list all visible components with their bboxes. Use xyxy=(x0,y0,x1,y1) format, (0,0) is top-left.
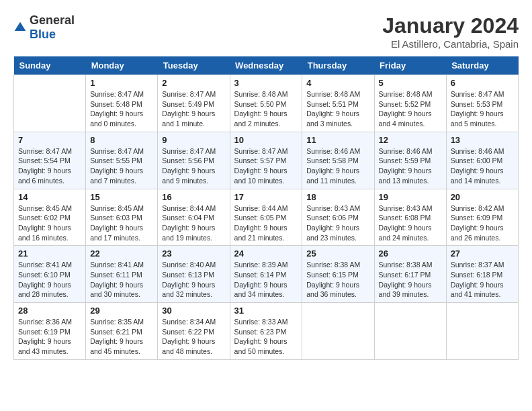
table-row: 3Sunrise: 8:48 AM Sunset: 5:50 PM Daylig… xyxy=(230,75,302,132)
table-row: 8Sunrise: 8:47 AM Sunset: 5:55 PM Daylig… xyxy=(86,132,158,189)
day-number: 30 xyxy=(162,306,225,316)
week-row-1: 1Sunrise: 8:47 AM Sunset: 5:48 PM Daylig… xyxy=(14,75,519,132)
day-number: 4 xyxy=(306,78,369,88)
table-row: 26Sunrise: 8:38 AM Sunset: 6:17 PM Dayli… xyxy=(374,246,446,303)
table-row: 28Sunrise: 8:36 AM Sunset: 6:19 PM Dayli… xyxy=(14,303,86,360)
day-info: Sunrise: 8:47 AM Sunset: 5:49 PM Dayligh… xyxy=(162,89,225,129)
col-thursday: Thursday xyxy=(302,56,374,75)
day-number: 13 xyxy=(451,135,514,145)
day-info: Sunrise: 8:47 AM Sunset: 5:57 PM Dayligh… xyxy=(234,146,298,186)
svg-marker-0 xyxy=(15,22,26,31)
table-row: 7Sunrise: 8:47 AM Sunset: 5:54 PM Daylig… xyxy=(14,132,86,189)
day-info: Sunrise: 8:42 AM Sunset: 6:09 PM Dayligh… xyxy=(451,203,514,243)
day-info: Sunrise: 8:44 AM Sunset: 6:05 PM Dayligh… xyxy=(234,203,298,243)
day-number: 19 xyxy=(379,192,442,202)
table-row: 20Sunrise: 8:42 AM Sunset: 6:09 PM Dayli… xyxy=(446,189,518,246)
table-row: 25Sunrise: 8:38 AM Sunset: 6:15 PM Dayli… xyxy=(302,246,374,303)
table-row: 17Sunrise: 8:44 AM Sunset: 6:05 PM Dayli… xyxy=(230,189,302,246)
table-row: 14Sunrise: 8:45 AM Sunset: 6:02 PM Dayli… xyxy=(14,189,86,246)
table-row: 10Sunrise: 8:47 AM Sunset: 5:57 PM Dayli… xyxy=(230,132,302,189)
day-info: Sunrise: 8:47 AM Sunset: 5:56 PM Dayligh… xyxy=(162,146,225,186)
col-friday: Friday xyxy=(374,56,446,75)
day-info: Sunrise: 8:34 AM Sunset: 6:22 PM Dayligh… xyxy=(162,317,225,357)
table-row: 27Sunrise: 8:37 AM Sunset: 6:18 PM Dayli… xyxy=(446,246,518,303)
day-info: Sunrise: 8:44 AM Sunset: 6:04 PM Dayligh… xyxy=(162,203,225,243)
col-wednesday: Wednesday xyxy=(230,56,302,75)
day-info: Sunrise: 8:35 AM Sunset: 6:21 PM Dayligh… xyxy=(90,317,153,357)
week-row-5: 28Sunrise: 8:36 AM Sunset: 6:19 PM Dayli… xyxy=(14,303,519,360)
table-row: 9Sunrise: 8:47 AM Sunset: 5:56 PM Daylig… xyxy=(158,132,230,189)
day-number: 22 xyxy=(90,248,153,259)
table-row: 22Sunrise: 8:41 AM Sunset: 6:11 PM Dayli… xyxy=(86,246,158,303)
day-info: Sunrise: 8:43 AM Sunset: 6:08 PM Dayligh… xyxy=(379,203,442,243)
day-info: Sunrise: 8:45 AM Sunset: 6:02 PM Dayligh… xyxy=(18,203,81,243)
day-info: Sunrise: 8:47 AM Sunset: 5:53 PM Dayligh… xyxy=(451,89,514,129)
table-row xyxy=(374,303,446,360)
week-row-4: 21Sunrise: 8:41 AM Sunset: 6:10 PM Dayli… xyxy=(14,246,519,303)
table-row: 5Sunrise: 8:48 AM Sunset: 5:52 PM Daylig… xyxy=(374,75,446,132)
day-number: 31 xyxy=(234,306,298,316)
day-number: 24 xyxy=(234,248,298,259)
day-info: Sunrise: 8:46 AM Sunset: 5:58 PM Dayligh… xyxy=(306,146,369,186)
day-number: 25 xyxy=(306,248,369,259)
day-number: 3 xyxy=(234,78,298,88)
day-number: 5 xyxy=(379,78,442,88)
table-row: 30Sunrise: 8:34 AM Sunset: 6:22 PM Dayli… xyxy=(158,303,230,360)
week-row-2: 7Sunrise: 8:47 AM Sunset: 5:54 PM Daylig… xyxy=(14,132,519,189)
day-info: Sunrise: 8:37 AM Sunset: 6:18 PM Dayligh… xyxy=(451,260,514,300)
table-row: 6Sunrise: 8:47 AM Sunset: 5:53 PM Daylig… xyxy=(446,75,518,132)
day-number: 6 xyxy=(451,78,514,88)
table-row: 16Sunrise: 8:44 AM Sunset: 6:04 PM Dayli… xyxy=(158,189,230,246)
table-row: 2Sunrise: 8:47 AM Sunset: 5:49 PM Daylig… xyxy=(158,75,230,132)
table-row: 21Sunrise: 8:41 AM Sunset: 6:10 PM Dayli… xyxy=(14,246,86,303)
day-number: 17 xyxy=(234,192,298,202)
page-header: General Blue January 2024 El Astillero, … xyxy=(13,13,519,50)
table-row: 13Sunrise: 8:46 AM Sunset: 6:00 PM Dayli… xyxy=(446,132,518,189)
day-number: 2 xyxy=(162,78,225,88)
day-info: Sunrise: 8:41 AM Sunset: 6:10 PM Dayligh… xyxy=(18,260,81,300)
day-number: 27 xyxy=(451,248,514,259)
day-info: Sunrise: 8:38 AM Sunset: 6:17 PM Dayligh… xyxy=(379,260,442,300)
day-info: Sunrise: 8:36 AM Sunset: 6:19 PM Dayligh… xyxy=(18,317,81,357)
day-number: 28 xyxy=(18,306,81,316)
table-row: 18Sunrise: 8:43 AM Sunset: 6:06 PM Dayli… xyxy=(302,189,374,246)
day-info: Sunrise: 8:41 AM Sunset: 6:11 PM Dayligh… xyxy=(90,260,153,300)
table-row: 4Sunrise: 8:48 AM Sunset: 5:51 PM Daylig… xyxy=(302,75,374,132)
logo: General Blue xyxy=(13,13,75,42)
day-info: Sunrise: 8:40 AM Sunset: 6:13 PM Dayligh… xyxy=(162,260,225,300)
day-info: Sunrise: 8:47 AM Sunset: 5:55 PM Dayligh… xyxy=(90,146,153,186)
day-number: 23 xyxy=(162,248,225,259)
table-row xyxy=(14,75,86,132)
table-row: 11Sunrise: 8:46 AM Sunset: 5:58 PM Dayli… xyxy=(302,132,374,189)
table-row: 1Sunrise: 8:47 AM Sunset: 5:48 PM Daylig… xyxy=(86,75,158,132)
table-row: 23Sunrise: 8:40 AM Sunset: 6:13 PM Dayli… xyxy=(158,246,230,303)
table-row xyxy=(302,303,374,360)
day-number: 18 xyxy=(306,192,369,202)
table-row: 19Sunrise: 8:43 AM Sunset: 6:08 PM Dayli… xyxy=(374,189,446,246)
day-info: Sunrise: 8:46 AM Sunset: 6:00 PM Dayligh… xyxy=(451,146,514,186)
day-info: Sunrise: 8:43 AM Sunset: 6:06 PM Dayligh… xyxy=(306,203,369,243)
table-row: 15Sunrise: 8:45 AM Sunset: 6:03 PM Dayli… xyxy=(86,189,158,246)
calendar-table: Sunday Monday Tuesday Wednesday Thursday… xyxy=(13,56,519,360)
col-saturday: Saturday xyxy=(446,56,518,75)
table-row: 12Sunrise: 8:46 AM Sunset: 5:59 PM Dayli… xyxy=(374,132,446,189)
day-number: 26 xyxy=(379,248,442,259)
day-number: 12 xyxy=(379,135,442,145)
logo-text: General Blue xyxy=(30,13,75,42)
table-row xyxy=(446,303,518,360)
logo-blue: Blue xyxy=(30,28,56,41)
week-row-3: 14Sunrise: 8:45 AM Sunset: 6:02 PM Dayli… xyxy=(14,189,519,246)
day-number: 1 xyxy=(90,78,153,88)
day-info: Sunrise: 8:48 AM Sunset: 5:52 PM Dayligh… xyxy=(379,89,442,129)
logo-icon xyxy=(13,21,27,34)
day-number: 29 xyxy=(90,306,153,316)
day-number: 9 xyxy=(162,135,225,145)
col-sunday: Sunday xyxy=(14,56,86,75)
day-number: 20 xyxy=(451,192,514,202)
day-number: 16 xyxy=(162,192,225,202)
day-info: Sunrise: 8:47 AM Sunset: 5:54 PM Dayligh… xyxy=(18,146,81,186)
day-number: 8 xyxy=(90,135,153,145)
day-info: Sunrise: 8:48 AM Sunset: 5:51 PM Dayligh… xyxy=(306,89,369,129)
day-info: Sunrise: 8:48 AM Sunset: 5:50 PM Dayligh… xyxy=(234,89,298,129)
day-number: 15 xyxy=(90,192,153,202)
